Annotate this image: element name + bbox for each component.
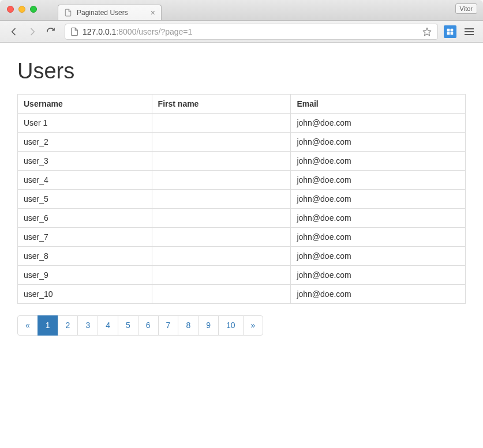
- page-10[interactable]: 10: [218, 315, 244, 336]
- cell-username: user_5: [18, 190, 152, 209]
- svg-rect-2: [451, 28, 454, 31]
- cell-first-name: [152, 228, 291, 247]
- cell-email: john@doe.com: [291, 152, 466, 171]
- page-6[interactable]: 6: [138, 315, 159, 336]
- cell-first-name: [152, 152, 291, 171]
- page-next[interactable]: »: [243, 315, 264, 336]
- cell-username: user_6: [18, 209, 152, 228]
- minimize-window-button[interactable]: [18, 6, 25, 13]
- users-table: Username First name Email User 1john@doe…: [17, 94, 466, 304]
- profile-chip[interactable]: Vitor: [455, 3, 477, 14]
- page-7[interactable]: 7: [158, 315, 179, 336]
- table-header-row: Username First name Email: [18, 95, 466, 114]
- cell-email: john@doe.com: [291, 209, 466, 228]
- svg-rect-3: [447, 32, 450, 35]
- toolbar: 127.0.0.1:8000/users/?page=1: [0, 21, 483, 43]
- menu-button[interactable]: [461, 24, 477, 40]
- cell-first-name: [152, 133, 291, 152]
- cell-email: john@doe.com: [291, 266, 466, 285]
- cell-email: john@doe.com: [291, 190, 466, 209]
- page-3[interactable]: 3: [77, 315, 98, 336]
- window-controls: [7, 6, 37, 13]
- reload-button[interactable]: [43, 24, 59, 40]
- hamburger-icon: [465, 31, 474, 32]
- cell-email: john@doe.com: [291, 228, 466, 247]
- cell-first-name: [152, 171, 291, 190]
- cell-first-name: [152, 247, 291, 266]
- page-4[interactable]: 4: [98, 315, 118, 336]
- cell-username: user_7: [18, 228, 152, 247]
- table-row: user_6john@doe.com: [18, 209, 466, 228]
- cell-first-name: [152, 285, 291, 304]
- browser-tab[interactable]: Paginated Users ×: [58, 5, 162, 20]
- table-row: user_8john@doe.com: [18, 247, 466, 266]
- profile-name: Vitor: [460, 5, 473, 12]
- cell-username: user_8: [18, 247, 152, 266]
- url-text: 127.0.0.1:8000/users/?page=1: [83, 27, 192, 36]
- svg-rect-4: [451, 32, 454, 35]
- cell-email: john@doe.com: [291, 247, 466, 266]
- page-9[interactable]: 9: [198, 315, 219, 336]
- cell-first-name: [152, 209, 291, 228]
- cell-username: user_2: [18, 133, 152, 152]
- cell-username: user_3: [18, 152, 152, 171]
- table-row: user_5john@doe.com: [18, 190, 466, 209]
- titlebar: Paginated Users × Vitor: [0, 0, 483, 21]
- page-1[interactable]: 1: [38, 315, 58, 336]
- cell-email: john@doe.com: [291, 285, 466, 304]
- page-file-icon: [70, 27, 79, 36]
- col-first-name: First name: [152, 95, 291, 114]
- table-row: user_2john@doe.com: [18, 133, 466, 152]
- svg-rect-1: [447, 28, 450, 31]
- address-bar[interactable]: 127.0.0.1:8000/users/?page=1: [65, 24, 438, 40]
- page-file-icon: [64, 9, 72, 17]
- page-2[interactable]: 2: [58, 315, 78, 336]
- url-path: :8000/users/?page=1: [116, 27, 192, 36]
- page-prev[interactable]: «: [17, 315, 38, 336]
- table-row: user_9john@doe.com: [18, 266, 466, 285]
- col-email: Email: [291, 95, 466, 114]
- browser-window: Paginated Users × Vitor: [0, 0, 483, 448]
- cell-username: User 1: [18, 114, 152, 133]
- close-tab-button[interactable]: ×: [151, 9, 155, 17]
- close-window-button[interactable]: [7, 6, 14, 13]
- cell-first-name: [152, 190, 291, 209]
- cell-email: john@doe.com: [291, 114, 466, 133]
- page-title: Users: [17, 59, 466, 84]
- cell-username: user_9: [18, 266, 152, 285]
- bookmark-star-icon[interactable]: [422, 27, 432, 36]
- page-content: Users Username First name Email User 1jo…: [0, 43, 483, 448]
- back-button[interactable]: [6, 24, 22, 40]
- forward-button[interactable]: [24, 24, 40, 40]
- col-username: Username: [18, 95, 152, 114]
- table-row: user_4john@doe.com: [18, 171, 466, 190]
- cell-username: user_10: [18, 285, 152, 304]
- table-row: user_10john@doe.com: [18, 285, 466, 304]
- maximize-window-button[interactable]: [30, 6, 37, 13]
- cell-first-name: [152, 114, 291, 133]
- pagination: «12345678910»: [17, 315, 466, 336]
- url-host: 127.0.0.1: [83, 27, 116, 36]
- table-row: user_3john@doe.com: [18, 152, 466, 171]
- svg-marker-0: [423, 28, 430, 35]
- tab-title: Paginated Users: [77, 9, 128, 17]
- cell-username: user_4: [18, 171, 152, 190]
- page-5[interactable]: 5: [118, 315, 138, 336]
- cell-email: john@doe.com: [291, 133, 466, 152]
- page-8[interactable]: 8: [178, 315, 199, 336]
- extension-icon[interactable]: [444, 25, 456, 38]
- cell-first-name: [152, 266, 291, 285]
- cell-email: john@doe.com: [291, 171, 466, 190]
- table-row: User 1john@doe.com: [18, 114, 466, 133]
- table-row: user_7john@doe.com: [18, 228, 466, 247]
